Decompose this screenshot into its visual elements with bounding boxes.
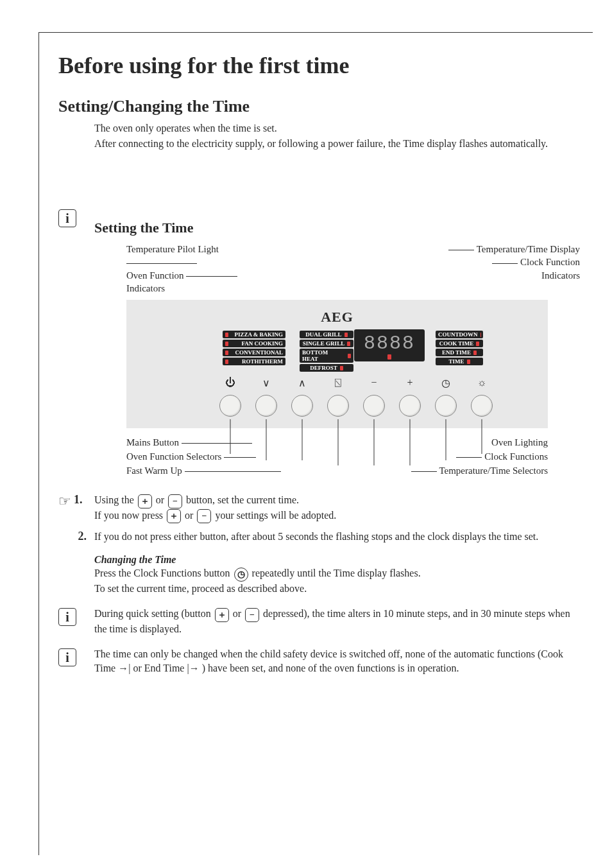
callout-mains: Mains Button [126, 436, 319, 450]
minus-icon: − [363, 377, 385, 389]
clock-button-icon: ◷ [234, 568, 248, 582]
minus-button-icon: − [197, 509, 211, 523]
temp-time-plus-button[interactable] [399, 395, 421, 417]
callout-clock-func: Clock Function [432, 256, 580, 268]
info-icon: i [58, 608, 76, 626]
control-panel: AEG PIZZA & BAKING FAN COOKING CONVENTIO… [126, 300, 548, 428]
minus-button-icon: − [168, 494, 182, 508]
control-panel-diagram: Temperature Pilot Light Oven Function In… [94, 243, 580, 478]
callout-fastwarm: Fast Warm Up [126, 464, 319, 478]
plus-button-icon: ＋ [215, 608, 229, 622]
oven-function-indicators-col2: DUAL GRILL SINGLE GRILL BOTTOM HEAT DEFR… [300, 331, 353, 373]
page-title: Before using for the first time [58, 52, 580, 79]
callout-oven-selectors: Oven Function Selectors [126, 450, 319, 464]
changing-time-heading: Changing the Time [94, 554, 176, 565]
oven-lighting-button[interactable] [471, 395, 493, 417]
time-display: 8888 [354, 329, 425, 361]
intro-2: After connecting to the electricity supp… [94, 137, 580, 151]
step-2: If you do not press either button, after… [94, 530, 580, 595]
callout-temp-pilot: Temperature Pilot Light [126, 243, 287, 269]
plus-button-icon: ＋ [167, 509, 181, 523]
note-2: The time can only be changed when the ch… [94, 647, 580, 675]
callout-temp-time-display: Temperature/Time Display [432, 243, 580, 256]
subsection-title: Setting the Time [94, 220, 580, 236]
light-icon: ☼ [471, 377, 493, 389]
clock-functions-button[interactable] [435, 395, 457, 417]
power-icon: ⏻ [219, 377, 241, 389]
callout-oven-func: Oven Function [126, 269, 287, 282]
callout-clockfuncs: Clock Functions [381, 450, 548, 464]
plus-button-icon: ＋ [138, 494, 152, 508]
callout-temptime-sel: Temperature/Time Selectors [381, 464, 548, 478]
hand-icon: ☞ [58, 494, 71, 508]
oven-func-down-button[interactable] [255, 395, 277, 417]
down-icon: ∨ [255, 377, 277, 389]
mains-button[interactable] [219, 395, 241, 417]
temp-time-minus-button[interactable] [363, 395, 385, 417]
intro-1: The oven only operates when the time is … [94, 121, 580, 135]
oven-function-indicators-col1: PIZZA & BAKING FAN COOKING CONVENTIONAL … [223, 331, 285, 367]
oven-func-up-button[interactable] [291, 395, 313, 417]
note-1: During quick setting (button ＋ or − depr… [94, 607, 580, 636]
callout-indicators-r: Indicators [432, 269, 580, 282]
fastwarm-icon: ⍂ [327, 377, 349, 389]
callout-ovenlight: Oven Lighting [381, 436, 548, 450]
info-icon: i [58, 648, 76, 666]
step-1: Using the ＋ or − button, set the current… [94, 493, 580, 523]
clock-function-indicators: COUNTDOWN COOK TIME END TIME TIME [436, 331, 483, 367]
button-symbols-row: ⏻ ∨ ∧ ⍂ − + ◷ ☼ [219, 377, 493, 389]
step-number-2: 2. [78, 530, 87, 543]
callout-indicators-l: Indicators [126, 282, 287, 295]
fast-warm-up-button[interactable] [327, 395, 349, 417]
step-number-1: 1. [74, 493, 83, 507]
minus-button-icon: − [245, 608, 259, 622]
plus-icon: + [399, 377, 421, 389]
up-icon: ∧ [291, 377, 313, 389]
section-title: Setting/Changing the Time [58, 97, 580, 116]
clock-icon: ◷ [435, 377, 457, 389]
info-icon: i [58, 209, 76, 227]
brand-logo: AEG [321, 309, 353, 326]
